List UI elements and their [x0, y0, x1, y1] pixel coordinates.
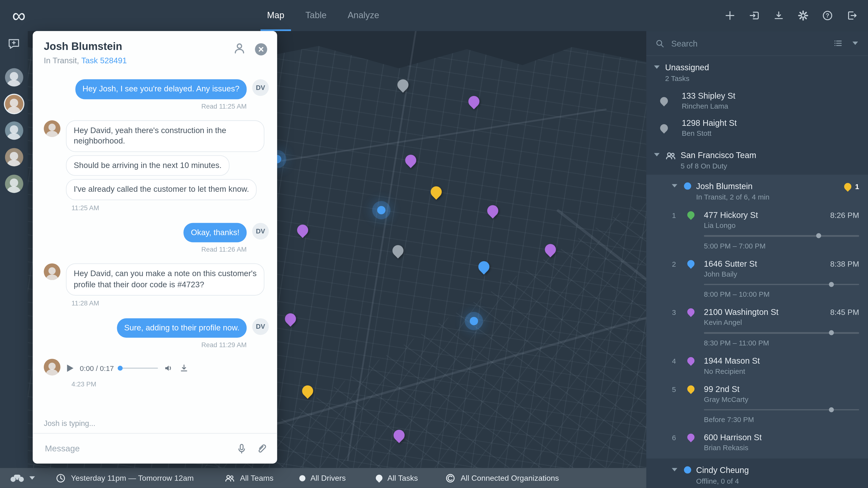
contact-avatar[interactable]: [5, 175, 23, 193]
chat-contacts: [5, 68, 23, 193]
audio-player: 0:00 / 0:17: [66, 360, 189, 377]
slider-handle[interactable]: [829, 330, 834, 336]
audio-seek-handle[interactable]: [118, 366, 123, 371]
task-time-slider[interactable]: [704, 284, 859, 285]
unassigned-task-row[interactable]: 1298 Haight St Ben Stott: [646, 114, 868, 141]
sender-badge: DV: [252, 318, 269, 335]
list-view-button[interactable]: [831, 37, 845, 50]
help-button[interactable]: ?: [818, 6, 837, 25]
slider-handle[interactable]: [829, 407, 834, 412]
message-input[interactable]: [44, 443, 227, 454]
driver-row[interactable]: Josh Blumstein In Transit, 2 of 6, 4 min…: [646, 175, 868, 207]
message-bubble-incoming: Hey David, can you make a note on this c…: [66, 264, 265, 295]
view-profile-button[interactable]: [233, 42, 246, 57]
tab-table[interactable]: Table: [299, 0, 333, 31]
task-time-slider[interactable]: [704, 235, 859, 237]
task-number: 2: [666, 259, 682, 268]
sign-out-button[interactable]: [842, 6, 862, 25]
task-address: 133 Shipley St: [682, 91, 859, 100]
map-task-pin[interactable]: [283, 311, 298, 327]
chevron-down-icon[interactable]: [29, 476, 35, 480]
top-bar: ∞ Map Table Analyze: [0, 0, 868, 31]
close-chat-button[interactable]: [255, 43, 267, 55]
map-task-pin[interactable]: [300, 383, 315, 399]
export-download-button[interactable]: [769, 6, 788, 25]
settings-button[interactable]: [794, 6, 812, 25]
contact-avatar[interactable]: [5, 148, 23, 166]
map-task-pin[interactable]: [485, 203, 501, 219]
map-task-pin[interactable]: [395, 77, 411, 93]
task-pin-icon: [685, 356, 696, 366]
driver-block-josh: Josh Blumstein In Transit, 2 of 6, 4 min…: [646, 175, 868, 458]
driver-task-row[interactable]: 1 477 Hickory St Lia Longo 8:26 PM: [646, 207, 868, 231]
driver-task-row[interactable]: 3 2100 Washington St Kevin Angel 8:45 PM: [646, 304, 868, 328]
tab-map[interactable]: Map: [260, 0, 291, 31]
attach-file-button[interactable]: [256, 443, 267, 454]
map-driver-dot[interactable]: [470, 317, 478, 325]
audio-seek-slider[interactable]: [120, 368, 158, 369]
audio-volume-button[interactable]: [164, 363, 174, 373]
section-team[interactable]: San Francisco Team 5 of 8 On Duty: [646, 141, 868, 175]
map-task-pin[interactable]: [391, 427, 407, 443]
search-icon: [655, 38, 665, 48]
map-task-pin[interactable]: [390, 243, 406, 259]
audio-play-button[interactable]: [66, 364, 74, 373]
driver-task-row[interactable]: 5 99 2nd St Gray McCarty: [646, 380, 868, 404]
speaker-icon: [164, 363, 174, 373]
task-extra: Before 7:30 PM: [646, 405, 868, 429]
audio-download-button[interactable]: [179, 363, 189, 373]
driver-task-row[interactable]: 4 1944 Mason St No Recipient: [646, 353, 868, 381]
map-task-pin[interactable]: [542, 242, 558, 257]
map-driver-dot[interactable]: [377, 206, 385, 214]
task-texts: 600 Harrison St Brian Rekasis: [700, 432, 859, 452]
task-time-slider[interactable]: [704, 409, 859, 410]
slider-handle[interactable]: [829, 282, 834, 287]
time-range-filter[interactable]: Yesterday 11pm — Tomorrow 12am: [56, 468, 194, 488]
task-recipient: Brian Rekasis: [704, 444, 859, 452]
chevron-down-icon[interactable]: [654, 153, 660, 156]
driver-task-row[interactable]: 2 1646 Sutter St John Baily 8:38 PM: [646, 255, 868, 279]
import-tasks-button[interactable]: [745, 6, 764, 25]
new-chat-button[interactable]: [6, 35, 22, 54]
teams-filter-label: All Teams: [240, 474, 273, 482]
chat-driver-status: In Transit,: [44, 56, 79, 65]
task-texts: 477 Hickory St Lia Longo: [700, 210, 830, 230]
chevron-down-icon[interactable]: [654, 65, 660, 69]
map-task-pin[interactable]: [476, 259, 492, 275]
unassigned-task-row[interactable]: 133 Shipley St Rinchen Lama: [646, 87, 868, 114]
tab-analyze[interactable]: Analyze: [341, 0, 386, 31]
task-texts: 99 2nd St Gray McCarty: [700, 384, 859, 403]
task-time-slider[interactable]: [704, 332, 859, 334]
drivers-filter[interactable]: All Drivers: [299, 468, 346, 488]
chat-task-link[interactable]: Task 528491: [81, 56, 127, 65]
map-task-pin[interactable]: [403, 152, 419, 168]
add-task-button[interactable]: [720, 6, 739, 25]
chevron-down-icon[interactable]: [672, 184, 677, 187]
chat-subtitle: In Transit,Task 528491: [44, 56, 233, 65]
section-unassigned[interactable]: Unassigned 2 Tasks: [646, 56, 868, 87]
driver-task-row[interactable]: 6 600 Harrison St Brian Rekasis: [646, 429, 868, 458]
organizations-filter[interactable]: All Connected Organizations: [445, 468, 559, 488]
driver-row[interactable]: Cindy Cheung Offline, 0 of 4: [646, 459, 868, 488]
tasks-filter[interactable]: All Tasks: [376, 468, 418, 488]
search-input[interactable]: [670, 38, 826, 49]
tab-analyze-label: Analyze: [348, 10, 379, 20]
task-extra: 8:30 PM – 11:00 PM: [646, 328, 868, 353]
map-task-pin[interactable]: [428, 184, 444, 200]
map-style-picker[interactable]: [10, 468, 35, 488]
task-window: 8:00 PM – 10:00 PM: [704, 290, 859, 298]
contact-avatar[interactable]: [5, 68, 23, 86]
sort-menu-button[interactable]: [850, 37, 860, 50]
message-outgoing: Okay, thanks! DV: [44, 223, 269, 242]
voice-message-button[interactable]: [236, 443, 247, 454]
chevron-down-icon[interactable]: [672, 468, 677, 471]
contact-avatar[interactable]: [5, 121, 23, 140]
task-recipient: No Recipient: [704, 367, 859, 375]
task-number: 4: [666, 356, 682, 365]
teams-filter[interactable]: All Teams: [224, 468, 273, 488]
contact-avatar-active[interactable]: [5, 95, 23, 113]
map-task-pin[interactable]: [295, 222, 311, 238]
task-pin-icon: [685, 307, 696, 317]
slider-handle[interactable]: [816, 233, 821, 238]
map-task-pin[interactable]: [466, 94, 482, 109]
